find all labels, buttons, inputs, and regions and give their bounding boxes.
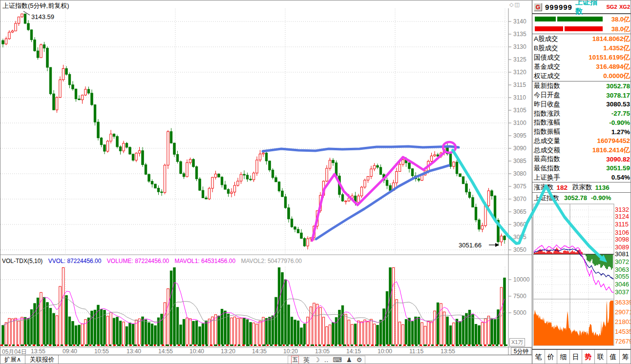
mini-volume-tick: 290715 (615, 308, 631, 316)
mavol2-value: MAVOL2: 50477976.00 (241, 258, 302, 264)
quote-row: 上证换手0.54% (532, 173, 631, 182)
time-label: 13:55 (441, 348, 455, 355)
english-input-icon[interactable]: 英 (303, 356, 310, 364)
advancers-count: 182 (557, 184, 568, 191)
index-rows: 最新指数3052.78今日开盘3078.17昨日收盘3080.53指数涨跌-27… (532, 81, 631, 182)
mini-volume-tick: 72679 (615, 338, 631, 345)
mini-price-tick: 3124 (615, 213, 629, 220)
quote-panel-tabs: 笔价细日势联值筹 (532, 349, 631, 364)
main-chart-pane[interactable]: 上证指数(5分钟,前复权) ◇◫ 31403135313031253120311… (0, 0, 532, 355)
quote-row-label: 最高指数 (534, 155, 560, 163)
mavol1-value: MAVOL1: 64531456.00 (175, 258, 236, 264)
main-y-tick: 3135 (513, 31, 526, 38)
main-y-tick: 3055 (513, 234, 526, 241)
quote-tab-值[interactable]: 值 (607, 350, 620, 364)
quote-row-value: 1.4352亿 (603, 44, 630, 53)
advancers-decliners-row: 涨家数 182 跌家数 1136 (532, 182, 631, 193)
stock-code: 999999 (545, 3, 572, 11)
quote-row-value: 3051.59 (606, 164, 630, 172)
quote-tab-日[interactable]: 日 (570, 350, 583, 364)
tools-icon[interactable]: ⚙ (357, 356, 362, 364)
quote-tab-筹[interactable]: 筹 (620, 350, 631, 364)
quote-tab-细[interactable]: 细 (557, 350, 570, 364)
quote-row-label: 指数振幅 (534, 127, 560, 136)
volume-unit-label: X1万 (509, 338, 525, 346)
quote-row-value: -27.75 (611, 110, 630, 117)
main-y-tick: 3120 (513, 69, 526, 76)
g-badge-icon[interactable]: G (534, 3, 542, 11)
tdx-window: 上证指数(5分钟,前复权) ◇◫ 31403135313031253120311… (0, 0, 631, 364)
diamond-icon[interactable]: ◇ (509, 1, 514, 7)
time-label: 13:55 (31, 348, 45, 355)
mini-price-tick: 3132 (615, 206, 629, 213)
main-y-tick: 3065 (513, 208, 526, 215)
quote-row: 指数振幅1.27% (532, 127, 631, 137)
main-y-tick: 3075 (513, 183, 526, 190)
quote-row-value: 160794452 (597, 137, 630, 144)
time-label: 13:40 (126, 348, 141, 355)
main-y-tick: 3095 (513, 132, 526, 139)
mini-volume-tick: 145358 (615, 328, 631, 335)
ime-toolbar: 五 英 ☽ ‥ ⌨ ♟ ⚙ (288, 356, 365, 364)
volume-y-tick: 5000 (513, 309, 526, 316)
mini-price-tick: 3055 (615, 273, 629, 280)
main-y-tick: 3105 (513, 107, 526, 114)
main-y-tick: 3100 (513, 120, 526, 126)
sg-tag: SG2 (607, 4, 617, 10)
mini-price-tick: 3037 (615, 288, 629, 296)
buy-bar-segment (557, 17, 603, 21)
split-window-icon[interactable]: ◫ (514, 1, 520, 7)
quote-row-value: 0.0000亿 (603, 72, 630, 81)
mini-chart-title: 上证指数 (534, 194, 559, 202)
time-label: 14:35 (252, 348, 267, 355)
main-y-tick: 3070 (513, 196, 526, 202)
intraday-mini-chart[interactable]: 3132312431153106309830893081307230633055… (532, 203, 631, 349)
time-axis: 5分钟 05月04日13:5509:4010:5513:4014:5510:40… (0, 347, 532, 355)
main-y-tick: 3115 (513, 81, 526, 88)
quote-row-value: 1814.8062亿 (592, 35, 630, 43)
mini-price-tick: 3098 (615, 236, 629, 243)
mini-chart-change: -0.90% (591, 194, 611, 202)
main-y-tick: 3060 (513, 221, 526, 228)
quote-row-label: 总成交量 (534, 137, 560, 145)
quote-row-label: 总成交额 (534, 146, 560, 155)
mini-price-tick: 3089 (615, 243, 629, 251)
quote-row: A股成交1814.8062亿 (532, 34, 631, 43)
quote-row-value: 1816.2414亿 (592, 146, 630, 155)
period-selector[interactable]: 5分钟 (511, 347, 531, 355)
time-label: 10:55 (94, 348, 109, 355)
mini-price-tick: 3115 (615, 221, 629, 228)
chart-title: 上证指数(5分钟,前复权) (2, 1, 69, 10)
linked-quote-tab[interactable]: 关联报价 (26, 355, 59, 364)
quote-row: 国债成交10151.6195亿 (532, 53, 631, 62)
quote-row: 总成交量160794452 (532, 136, 631, 145)
volume-y-tick: 7500 (513, 293, 526, 300)
decliners-count: 1136 (595, 184, 610, 191)
user-icon[interactable]: ♟ (346, 356, 352, 364)
vvol-value: VVOL: 87224456.00 (48, 258, 102, 264)
quote-row: 权证成交0.0000亿 (532, 72, 631, 81)
candlestick-volume-chart[interactable]: 3140313531303125312031153110310531003095… (0, 0, 532, 355)
session-color-strip (0, 344, 508, 346)
quote-tab-笔[interactable]: 笔 (532, 350, 545, 364)
time-label: 10:00 (378, 348, 392, 355)
quote-row-label: A股成交 (534, 35, 558, 43)
advancers-label: 涨家数 (534, 183, 554, 192)
quote-row-label: B股成交 (534, 44, 558, 53)
dots-icon[interactable]: ‥ (324, 356, 329, 364)
quote-tab-联[interactable]: 联 (595, 350, 608, 364)
buy-strength-row: 38.0亿 (532, 14, 631, 24)
quote-row: 今日开盘3078.17 (532, 91, 631, 100)
mini-volume-tick: 363394 (615, 299, 631, 306)
quote-row-label: 指数涨幅 (534, 118, 560, 127)
quote-row: 基金成交316.4894亿 (532, 62, 631, 72)
quote-tab-价[interactable]: 价 (545, 350, 558, 364)
quote-tab-势[interactable]: 势 (582, 350, 595, 364)
buy-bar-segment (535, 17, 556, 21)
keyboard-icon[interactable]: ⌨ (333, 356, 342, 364)
time-label: 14:55 (158, 348, 173, 355)
moon-icon[interactable]: ☽ (314, 356, 320, 364)
expand-tab[interactable]: 扩展∧ (0, 355, 25, 364)
wubi-input-icon[interactable]: 五 (291, 356, 299, 364)
quote-row-label: 昨日收盘 (534, 100, 560, 109)
